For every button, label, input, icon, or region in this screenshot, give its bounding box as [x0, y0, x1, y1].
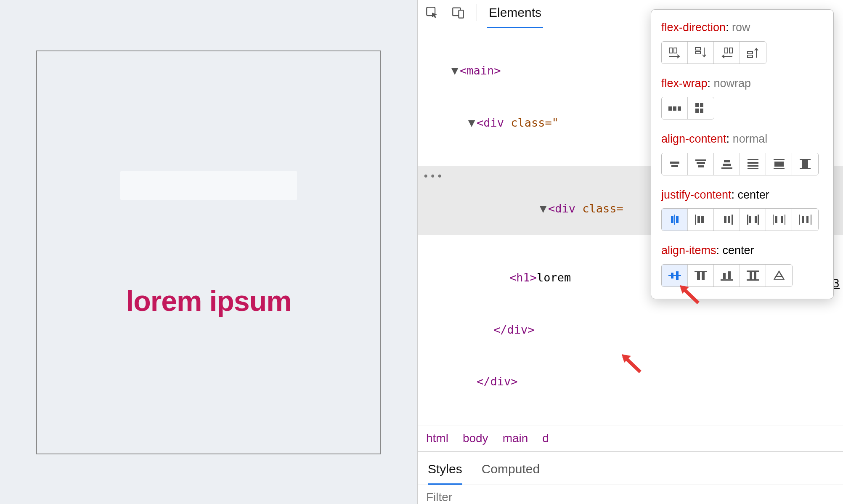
- svg-rect-73: [750, 272, 752, 279]
- svg-rect-11: [695, 48, 700, 50]
- flex-wrap-nowrap-button[interactable]: [662, 97, 688, 119]
- svg-rect-75: [747, 279, 759, 281]
- element-highlight: [120, 171, 297, 200]
- svg-rect-74: [754, 272, 756, 279]
- svg-rect-63: [668, 275, 681, 276]
- svg-rect-13: [725, 48, 728, 53]
- annotation-arrow-icon: [619, 352, 643, 374]
- preview-heading: lorem ipsum: [126, 284, 291, 317]
- svg-rect-25: [671, 165, 678, 167]
- align-content-group: align-content: normal: [661, 130, 823, 175]
- flex-direction-row-button[interactable]: [662, 42, 688, 64]
- breadcrumb-item[interactable]: main: [503, 430, 528, 447]
- align-items-end-button[interactable]: [714, 265, 740, 286]
- annotation-arrow-icon: [677, 283, 701, 305]
- align-items-baseline-button[interactable]: [766, 265, 792, 286]
- align-content-stretch-button[interactable]: [792, 153, 818, 175]
- inspect-icon[interactable]: [424, 4, 440, 21]
- align-content-end-button[interactable]: [714, 153, 740, 175]
- breadcrumb-item[interactable]: d: [542, 430, 549, 447]
- svg-rect-47: [701, 216, 704, 223]
- flex-wrap-wrap-button[interactable]: [688, 97, 714, 119]
- flex-direction-column-reverse-button[interactable]: [740, 42, 766, 64]
- dom-node[interactable]: <div: [477, 116, 511, 129]
- svg-rect-41: [800, 168, 811, 169]
- svg-rect-43: [674, 215, 675, 225]
- svg-rect-17: [668, 106, 672, 111]
- svg-rect-49: [728, 216, 730, 223]
- flexbox-editor-popover: flex-direction: row flex-wrap: nowrap: [651, 9, 834, 299]
- devtools-panel: Elements ▼<main> ▼<div class=" ••• ▼<div…: [417, 0, 843, 504]
- align-content-space-around-button[interactable]: [740, 153, 766, 175]
- justify-content-end-button[interactable]: [714, 209, 740, 231]
- svg-rect-27: [697, 162, 705, 164]
- justify-content-space-evenly-button[interactable]: [792, 209, 818, 231]
- justify-content-center-button[interactable]: [662, 209, 688, 231]
- svg-rect-50: [732, 215, 733, 225]
- svg-rect-40: [802, 160, 808, 168]
- breadcrumb[interactable]: html body main d: [418, 425, 843, 452]
- svg-rect-35: [748, 168, 758, 169]
- breadcrumb-item[interactable]: body: [463, 430, 488, 447]
- svg-rect-72: [747, 271, 759, 272]
- device-toggle-icon[interactable]: [450, 4, 467, 21]
- svg-rect-19: [678, 106, 681, 111]
- svg-rect-65: [676, 271, 679, 280]
- svg-rect-31: [721, 167, 732, 169]
- svg-rect-51: [747, 215, 748, 225]
- align-content-space-between-button[interactable]: [766, 153, 792, 175]
- svg-rect-30: [723, 164, 731, 166]
- svg-rect-68: [702, 272, 705, 280]
- svg-rect-26: [695, 159, 706, 161]
- svg-rect-64: [671, 273, 673, 279]
- svg-rect-54: [758, 215, 759, 225]
- tab-computed[interactable]: Computed: [482, 456, 540, 485]
- svg-rect-67: [697, 272, 700, 280]
- dom-node[interactable]: <h1>: [509, 271, 537, 284]
- dom-node[interactable]: </div>: [493, 323, 535, 336]
- justify-content-space-between-button[interactable]: [740, 209, 766, 231]
- svg-rect-69: [723, 273, 726, 279]
- align-content-center-button[interactable]: [662, 153, 688, 175]
- filter-input[interactable]: [425, 490, 835, 504]
- dom-node[interactable]: </div>: [477, 375, 518, 388]
- svg-rect-29: [724, 160, 730, 162]
- dom-node-selected[interactable]: <div: [548, 202, 582, 215]
- svg-rect-58: [785, 215, 785, 225]
- ellipsis-icon[interactable]: •••: [423, 169, 443, 184]
- tab-styles[interactable]: Styles: [428, 456, 462, 485]
- svg-rect-12: [695, 51, 700, 54]
- preview-container: lorem ipsum: [36, 50, 381, 454]
- svg-rect-16: [748, 55, 753, 58]
- svg-rect-53: [755, 216, 757, 223]
- svg-rect-59: [799, 215, 800, 225]
- svg-rect-46: [697, 216, 700, 223]
- svg-rect-39: [800, 159, 811, 160]
- svg-rect-36: [774, 159, 785, 160]
- flex-direction-group: flex-direction: row: [661, 19, 823, 64]
- align-content-start-button[interactable]: [688, 153, 714, 175]
- svg-rect-22: [695, 109, 699, 113]
- svg-rect-15: [748, 51, 753, 54]
- svg-rect-52: [749, 216, 751, 223]
- align-items-stretch-button[interactable]: [740, 265, 766, 286]
- svg-rect-61: [806, 216, 809, 223]
- svg-rect-24: [670, 162, 679, 164]
- svg-rect-18: [673, 106, 676, 111]
- justify-content-space-around-button[interactable]: [766, 209, 792, 231]
- breadcrumb-item[interactable]: html: [426, 430, 448, 447]
- svg-rect-28: [698, 165, 704, 167]
- svg-rect-32: [748, 159, 758, 160]
- svg-rect-42: [671, 216, 673, 223]
- svg-rect-48: [724, 216, 726, 223]
- svg-rect-62: [811, 215, 811, 225]
- svg-rect-66: [695, 271, 707, 272]
- flex-direction-column-button[interactable]: [688, 42, 714, 64]
- toolbar-divider: [477, 4, 477, 21]
- svg-rect-38: [774, 168, 785, 169]
- svg-rect-37: [774, 162, 784, 167]
- flex-direction-row-reverse-button[interactable]: [714, 42, 740, 64]
- dom-node[interactable]: <main>: [460, 64, 501, 77]
- tab-elements[interactable]: Elements: [487, 0, 543, 28]
- justify-content-start-button[interactable]: [688, 209, 714, 231]
